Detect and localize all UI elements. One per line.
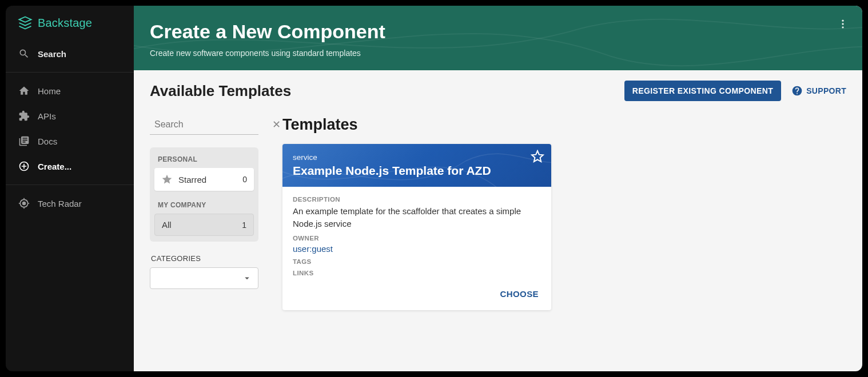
svg-point-1	[842, 23, 843, 25]
filter-all-count: 1	[242, 220, 246, 230]
description-label: DESCRIPTION	[293, 196, 541, 203]
template-kind: service	[293, 153, 541, 162]
personal-section-label: PERSONAL	[154, 153, 254, 168]
star-icon	[161, 174, 173, 185]
template-search-input[interactable]	[154, 119, 269, 130]
content-area: Available Templates REGISTER EXISTING CO…	[134, 70, 862, 371]
columns: ✕ PERSONAL Starred 0 MY COMPANY	[150, 116, 846, 310]
plus-circle-icon	[18, 161, 30, 172]
page-header: Create a New Component Create new softwa…	[134, 6, 862, 70]
sidebar-item-create[interactable]: Create...	[6, 154, 134, 179]
header-menu-button[interactable]	[834, 15, 852, 33]
company-section-label: MY COMPANY	[154, 199, 254, 214]
action-bar-actions: REGISTER EXISTING COMPONENT SUPPORT	[624, 81, 846, 101]
filter-starred[interactable]: Starred 0	[154, 168, 254, 191]
owner-label: OWNER	[293, 235, 541, 242]
sidebar-item-label: Tech Radar	[38, 199, 82, 208]
sidebar-item-home[interactable]: Home	[6, 78, 134, 103]
sidebar-search[interactable]: Search	[6, 41, 134, 66]
support-label: SUPPORT	[806, 86, 846, 95]
template-owner-link[interactable]: user:guest	[293, 244, 541, 254]
svg-point-0	[842, 20, 843, 22]
sidebar-item-label: APIs	[38, 111, 56, 121]
kebab-icon	[837, 18, 849, 30]
home-icon	[18, 85, 30, 97]
help-icon	[791, 85, 803, 97]
chevron-down-icon	[242, 273, 252, 283]
register-existing-button[interactable]: REGISTER EXISTING COMPONENT	[624, 81, 782, 101]
action-bar: Available Templates REGISTER EXISTING CO…	[150, 81, 846, 101]
filters-column: ✕ PERSONAL Starred 0 MY COMPANY	[150, 116, 258, 289]
categories-label: CATEGORIES	[151, 254, 258, 263]
svg-point-2	[842, 26, 843, 28]
support-link[interactable]: SUPPORT	[791, 85, 846, 97]
categories-select[interactable]	[150, 267, 258, 289]
sidebar-item-label: Create...	[38, 162, 71, 171]
clear-icon[interactable]: ✕	[272, 119, 281, 130]
star-outline-icon	[531, 150, 544, 163]
app-root: Backstage Search Home APIs Docs	[6, 6, 862, 371]
sidebar-item-label: Home	[38, 86, 61, 96]
target-icon	[18, 198, 30, 209]
sidebar-item-docs[interactable]: Docs	[6, 129, 134, 154]
filter-panel: PERSONAL Starred 0 MY COMPANY All	[150, 147, 258, 242]
puzzle-icon	[18, 110, 30, 122]
favorite-button[interactable]	[531, 150, 544, 166]
sidebar-item-tech-radar[interactable]: Tech Radar	[6, 191, 134, 216]
templates-heading: Templates	[282, 116, 846, 134]
template-card-body: DESCRIPTION An example template for the …	[282, 187, 551, 283]
filter-all[interactable]: All 1	[154, 214, 254, 236]
template-description: An example template for the scaffolder t…	[293, 205, 541, 230]
filter-starred-label: Starred	[178, 175, 206, 185]
template-title: Example Node.js Template for AZD	[293, 164, 541, 178]
page-title: Create a New Component	[150, 21, 846, 43]
sidebar: Backstage Search Home APIs Docs	[6, 6, 134, 371]
choose-button[interactable]: CHOOSE	[496, 286, 543, 302]
template-card: service Example Node.js Template for AZD…	[282, 144, 551, 310]
sidebar-divider	[6, 72, 134, 73]
filter-all-label: All	[162, 220, 172, 230]
templates-column: Templates service Example Node.js Templa…	[282, 116, 846, 310]
search-icon	[18, 48, 30, 59]
sidebar-item-apis[interactable]: APIs	[6, 103, 134, 129]
section-heading: Available Templates	[150, 82, 291, 100]
tags-label: TAGS	[293, 258, 541, 265]
template-card-footer: CHOOSE	[282, 283, 551, 310]
brand-logo[interactable]: Backstage	[6, 6, 134, 38]
docs-icon	[18, 135, 30, 147]
links-label: LINKS	[293, 270, 541, 276]
filter-starred-count: 0	[242, 175, 247, 184]
page-subtitle: Create new software components using sta…	[150, 49, 846, 58]
sidebar-search-label: Search	[38, 49, 66, 59]
template-search-field[interactable]: ✕	[150, 116, 258, 135]
sidebar-item-label: Docs	[38, 137, 57, 146]
sidebar-divider	[6, 185, 134, 185]
brand-name: Backstage	[38, 17, 92, 30]
template-card-header: service Example Node.js Template for AZD	[282, 144, 551, 187]
backstage-logo-icon	[17, 15, 33, 31]
main: Create a New Component Create new softwa…	[134, 6, 862, 371]
